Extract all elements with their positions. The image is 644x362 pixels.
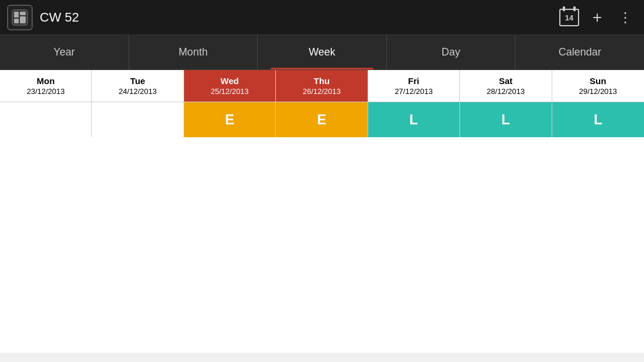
day-name: Sat [463,76,548,86]
app-title: CW 52 [40,10,558,25]
svg-rect-1 [14,12,19,18]
day-header-mon[interactable]: Mon 23/12/2013 [0,70,92,102]
tab-calendar[interactable]: Calendar [515,35,644,69]
day-cell-thu[interactable]: E [276,102,368,137]
more-button[interactable]: ⋮ [614,6,637,29]
day-date: 29/12/2013 [556,87,640,96]
calendar-grid: Mon 23/12/2013 Tue 24/12/2013 Wed 25/12/… [0,70,644,137]
svg-rect-3 [20,12,26,15]
day-header-tue[interactable]: Tue 24/12/2013 [92,70,183,102]
day-cell-sat[interactable]: L [460,102,552,137]
svg-rect-4 [20,16,26,23]
event-badge: E [276,102,367,137]
svg-rect-2 [14,19,19,23]
tab-week[interactable]: Week [258,35,387,69]
day-name: Wed [188,76,272,86]
day-date: 27/12/2013 [372,87,456,96]
day-name: Fri [372,76,456,86]
topbar-actions: 14 + ⋮ [558,6,637,29]
day-name: Mon [4,76,88,86]
calendar-icon: 14 [559,9,579,26]
day-events: EELLL [0,102,644,137]
day-header-fri[interactable]: Fri 27/12/2013 [368,70,460,102]
day-cell-mon[interactable] [0,102,92,137]
day-headers: Mon 23/12/2013 Tue 24/12/2013 Wed 25/12/… [0,70,644,102]
day-date: 26/12/2013 [279,87,363,96]
event-badge: L [368,102,459,137]
topbar: CW 52 14 + ⋮ [0,0,644,35]
day-date: 25/12/2013 [188,87,272,96]
app-logo [7,5,33,30]
day-header-sat[interactable]: Sat 28/12/2013 [460,70,552,102]
day-name: Sun [556,76,640,86]
tabbar: Year Month Week Day Calendar [0,35,644,70]
day-header-thu[interactable]: Thu 26/12/2013 [276,70,368,102]
tab-month[interactable]: Month [129,35,258,69]
tab-year[interactable]: Year [0,35,129,69]
day-cell-sun[interactable]: L [552,102,644,137]
day-cell-fri[interactable]: L [368,102,460,137]
content-area [0,137,644,353]
calendar-icon-button[interactable]: 14 [558,6,581,29]
event-badge: L [552,102,644,137]
add-button[interactable]: + [586,6,609,29]
event-badge: L [460,102,551,137]
day-date: 28/12/2013 [463,87,548,96]
day-cell-wed[interactable]: E [184,102,276,137]
event-badge: E [184,102,275,137]
day-date: 24/12/2013 [95,87,179,96]
day-header-wed[interactable]: Wed 25/12/2013 [184,70,276,102]
tab-day[interactable]: Day [387,35,516,69]
day-name: Thu [279,76,363,86]
day-name: Tue [95,76,179,86]
day-date: 23/12/2013 [4,87,88,96]
calendar-day-number: 14 [565,13,573,22]
day-cell-tue[interactable] [92,102,183,137]
day-header-sun[interactable]: Sun 29/12/2013 [552,70,644,102]
